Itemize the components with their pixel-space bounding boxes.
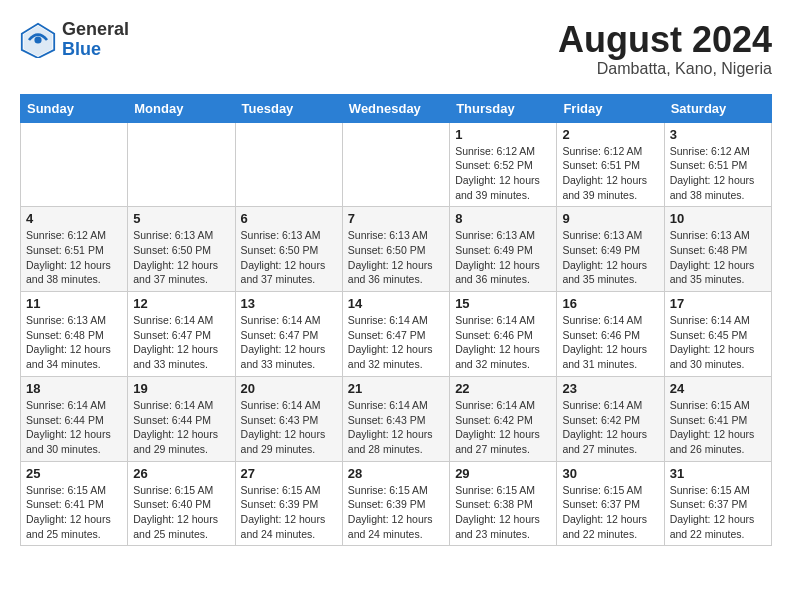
calendar-cell: 19Sunrise: 6:14 AMSunset: 6:44 PMDayligh… — [128, 376, 235, 461]
calendar-cell: 3Sunrise: 6:12 AMSunset: 6:51 PMDaylight… — [664, 122, 771, 207]
day-info: Sunrise: 6:13 AMSunset: 6:50 PMDaylight:… — [348, 228, 444, 287]
day-info: Sunrise: 6:14 AMSunset: 6:46 PMDaylight:… — [455, 313, 551, 372]
calendar-cell: 14Sunrise: 6:14 AMSunset: 6:47 PMDayligh… — [342, 292, 449, 377]
logo-icon — [20, 22, 56, 58]
calendar-cell: 2Sunrise: 6:12 AMSunset: 6:51 PMDaylight… — [557, 122, 664, 207]
day-number: 23 — [562, 381, 658, 396]
day-info: Sunrise: 6:15 AMSunset: 6:37 PMDaylight:… — [562, 483, 658, 542]
calendar-cell: 26Sunrise: 6:15 AMSunset: 6:40 PMDayligh… — [128, 461, 235, 546]
day-info: Sunrise: 6:14 AMSunset: 6:45 PMDaylight:… — [670, 313, 766, 372]
day-number: 22 — [455, 381, 551, 396]
day-info: Sunrise: 6:14 AMSunset: 6:47 PMDaylight:… — [133, 313, 229, 372]
day-info: Sunrise: 6:13 AMSunset: 6:48 PMDaylight:… — [26, 313, 122, 372]
location: Dambatta, Kano, Nigeria — [558, 60, 772, 78]
day-info: Sunrise: 6:15 AMSunset: 6:39 PMDaylight:… — [241, 483, 337, 542]
calendar-cell: 20Sunrise: 6:14 AMSunset: 6:43 PMDayligh… — [235, 376, 342, 461]
calendar-cell: 15Sunrise: 6:14 AMSunset: 6:46 PMDayligh… — [450, 292, 557, 377]
day-info: Sunrise: 6:15 AMSunset: 6:38 PMDaylight:… — [455, 483, 551, 542]
calendar-cell: 18Sunrise: 6:14 AMSunset: 6:44 PMDayligh… — [21, 376, 128, 461]
month-title: August 2024 — [558, 20, 772, 60]
day-info: Sunrise: 6:14 AMSunset: 6:43 PMDaylight:… — [348, 398, 444, 457]
day-info: Sunrise: 6:14 AMSunset: 6:42 PMDaylight:… — [562, 398, 658, 457]
logo-text: General Blue — [62, 20, 129, 60]
calendar-cell: 9Sunrise: 6:13 AMSunset: 6:49 PMDaylight… — [557, 207, 664, 292]
calendar-table: SundayMondayTuesdayWednesdayThursdayFrid… — [20, 94, 772, 547]
day-number: 2 — [562, 127, 658, 142]
day-number: 10 — [670, 211, 766, 226]
day-info: Sunrise: 6:15 AMSunset: 6:40 PMDaylight:… — [133, 483, 229, 542]
weekday-header: Tuesday — [235, 94, 342, 122]
calendar-cell — [128, 122, 235, 207]
day-info: Sunrise: 6:12 AMSunset: 6:51 PMDaylight:… — [562, 144, 658, 203]
day-number: 14 — [348, 296, 444, 311]
day-info: Sunrise: 6:14 AMSunset: 6:47 PMDaylight:… — [348, 313, 444, 372]
calendar-header: SundayMondayTuesdayWednesdayThursdayFrid… — [21, 94, 772, 122]
calendar-cell: 21Sunrise: 6:14 AMSunset: 6:43 PMDayligh… — [342, 376, 449, 461]
day-number: 15 — [455, 296, 551, 311]
calendar-cell: 22Sunrise: 6:14 AMSunset: 6:42 PMDayligh… — [450, 376, 557, 461]
logo-blue: Blue — [62, 40, 129, 60]
day-number: 28 — [348, 466, 444, 481]
weekday-header: Wednesday — [342, 94, 449, 122]
day-number: 9 — [562, 211, 658, 226]
logo-general: General — [62, 20, 129, 40]
calendar-cell: 28Sunrise: 6:15 AMSunset: 6:39 PMDayligh… — [342, 461, 449, 546]
calendar-cell: 13Sunrise: 6:14 AMSunset: 6:47 PMDayligh… — [235, 292, 342, 377]
day-number: 11 — [26, 296, 122, 311]
svg-point-2 — [34, 36, 41, 43]
day-number: 19 — [133, 381, 229, 396]
day-number: 3 — [670, 127, 766, 142]
day-info: Sunrise: 6:14 AMSunset: 6:42 PMDaylight:… — [455, 398, 551, 457]
day-number: 12 — [133, 296, 229, 311]
calendar-cell: 31Sunrise: 6:15 AMSunset: 6:37 PMDayligh… — [664, 461, 771, 546]
calendar-cell — [235, 122, 342, 207]
day-number: 27 — [241, 466, 337, 481]
day-number: 8 — [455, 211, 551, 226]
calendar-cell: 12Sunrise: 6:14 AMSunset: 6:47 PMDayligh… — [128, 292, 235, 377]
day-number: 17 — [670, 296, 766, 311]
logo: General Blue — [20, 20, 129, 60]
calendar-cell — [21, 122, 128, 207]
day-info: Sunrise: 6:15 AMSunset: 6:39 PMDaylight:… — [348, 483, 444, 542]
day-info: Sunrise: 6:12 AMSunset: 6:51 PMDaylight:… — [26, 228, 122, 287]
calendar-cell: 1Sunrise: 6:12 AMSunset: 6:52 PMDaylight… — [450, 122, 557, 207]
calendar-week-row: 4Sunrise: 6:12 AMSunset: 6:51 PMDaylight… — [21, 207, 772, 292]
calendar-cell — [342, 122, 449, 207]
day-info: Sunrise: 6:14 AMSunset: 6:44 PMDaylight:… — [133, 398, 229, 457]
day-number: 20 — [241, 381, 337, 396]
day-info: Sunrise: 6:15 AMSunset: 6:41 PMDaylight:… — [670, 398, 766, 457]
day-number: 26 — [133, 466, 229, 481]
day-number: 16 — [562, 296, 658, 311]
day-number: 29 — [455, 466, 551, 481]
calendar-cell: 30Sunrise: 6:15 AMSunset: 6:37 PMDayligh… — [557, 461, 664, 546]
weekday-header: Thursday — [450, 94, 557, 122]
calendar-cell: 7Sunrise: 6:13 AMSunset: 6:50 PMDaylight… — [342, 207, 449, 292]
day-number: 21 — [348, 381, 444, 396]
day-info: Sunrise: 6:13 AMSunset: 6:48 PMDaylight:… — [670, 228, 766, 287]
calendar-cell: 5Sunrise: 6:13 AMSunset: 6:50 PMDaylight… — [128, 207, 235, 292]
calendar-week-row: 25Sunrise: 6:15 AMSunset: 6:41 PMDayligh… — [21, 461, 772, 546]
day-number: 6 — [241, 211, 337, 226]
weekday-header: Friday — [557, 94, 664, 122]
calendar-cell: 10Sunrise: 6:13 AMSunset: 6:48 PMDayligh… — [664, 207, 771, 292]
calendar-cell: 24Sunrise: 6:15 AMSunset: 6:41 PMDayligh… — [664, 376, 771, 461]
day-info: Sunrise: 6:12 AMSunset: 6:52 PMDaylight:… — [455, 144, 551, 203]
calendar-week-row: 18Sunrise: 6:14 AMSunset: 6:44 PMDayligh… — [21, 376, 772, 461]
day-info: Sunrise: 6:14 AMSunset: 6:46 PMDaylight:… — [562, 313, 658, 372]
weekday-header: Saturday — [664, 94, 771, 122]
day-number: 30 — [562, 466, 658, 481]
day-number: 4 — [26, 211, 122, 226]
day-info: Sunrise: 6:13 AMSunset: 6:50 PMDaylight:… — [241, 228, 337, 287]
day-number: 31 — [670, 466, 766, 481]
day-info: Sunrise: 6:15 AMSunset: 6:37 PMDaylight:… — [670, 483, 766, 542]
calendar-week-row: 1Sunrise: 6:12 AMSunset: 6:52 PMDaylight… — [21, 122, 772, 207]
calendar-cell: 8Sunrise: 6:13 AMSunset: 6:49 PMDaylight… — [450, 207, 557, 292]
calendar-cell: 6Sunrise: 6:13 AMSunset: 6:50 PMDaylight… — [235, 207, 342, 292]
calendar-cell: 11Sunrise: 6:13 AMSunset: 6:48 PMDayligh… — [21, 292, 128, 377]
calendar-cell: 4Sunrise: 6:12 AMSunset: 6:51 PMDaylight… — [21, 207, 128, 292]
weekday-header: Sunday — [21, 94, 128, 122]
day-info: Sunrise: 6:13 AMSunset: 6:50 PMDaylight:… — [133, 228, 229, 287]
day-info: Sunrise: 6:13 AMSunset: 6:49 PMDaylight:… — [455, 228, 551, 287]
calendar-week-row: 11Sunrise: 6:13 AMSunset: 6:48 PMDayligh… — [21, 292, 772, 377]
day-number: 1 — [455, 127, 551, 142]
